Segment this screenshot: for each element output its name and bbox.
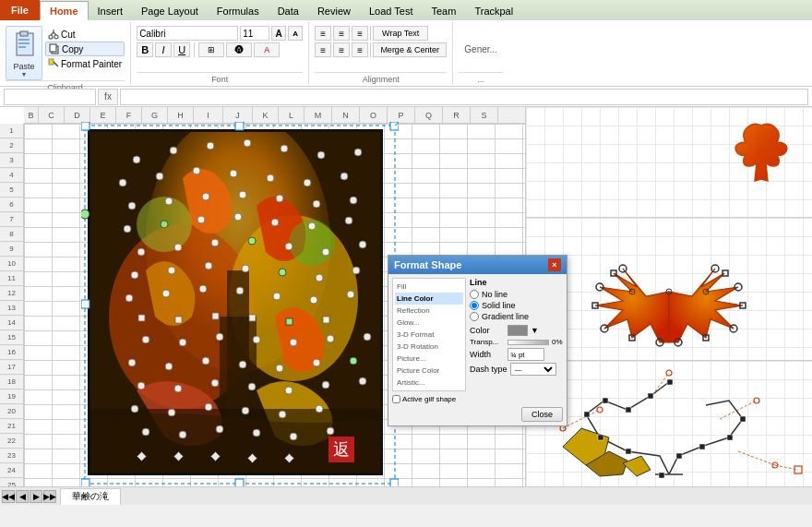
sheet-nav-next-next[interactable]: ▶▶ [43, 490, 56, 503]
italic-button[interactable]: I [155, 42, 172, 57]
sheet-tab-1[interactable]: 華鹸の滝 [60, 488, 121, 505]
col-header-e: E [90, 107, 116, 124]
load-test-tab[interactable]: Load Test [360, 1, 423, 20]
col-header-m: M [304, 107, 332, 124]
dialog-close-button[interactable]: × [548, 258, 561, 271]
formulas-tab[interactable]: Formulas [208, 1, 269, 20]
gradient-line-radio[interactable] [470, 312, 479, 321]
align-middle-button[interactable]: ≡ [333, 26, 350, 41]
no-line-radio[interactable] [470, 290, 479, 299]
svg-rect-161 [603, 398, 608, 403]
align-right-button[interactable]: ≡ [352, 42, 368, 57]
active-gift-shape-checkbox[interactable] [392, 395, 400, 403]
bold-button[interactable]: B [137, 42, 153, 57]
format-painter-button[interactable]: Format Painter [45, 57, 125, 70]
formula-input[interactable] [120, 89, 808, 105]
dialog-nav-fill[interactable]: Fill [395, 281, 463, 293]
width-input[interactable] [508, 348, 544, 361]
align-top-button[interactable]: ≡ [315, 26, 331, 41]
solid-line-radio[interactable] [470, 301, 479, 310]
dialog-nav-glow[interactable]: Glow... [395, 317, 463, 329]
svg-rect-168 [740, 416, 746, 422]
home-tab[interactable]: Home [40, 1, 89, 20]
color-dropdown[interactable]: ▼ [531, 326, 539, 335]
formula-fx-icon[interactable]: fx [98, 89, 118, 105]
dialog-nav-artistic[interactable]: Artistic... [395, 377, 463, 389]
transparency-slider[interactable] [508, 340, 549, 345]
font-size-input[interactable] [240, 26, 269, 41]
align-left-button[interactable]: ≡ [315, 42, 331, 57]
artwork-image[interactable]: 返 [88, 129, 383, 475]
font-name-input[interactable] [137, 26, 238, 41]
row-header-5: 5 [0, 183, 23, 198]
col-header-r: R [443, 107, 471, 124]
svg-line-13 [54, 62, 58, 66]
format-painter-icon [48, 58, 59, 69]
svg-rect-3 [18, 42, 30, 44]
gradient-line-label: Gradient line [482, 312, 529, 321]
dash-type-select[interactable]: — [510, 363, 556, 376]
format-shape-dialog[interactable]: Format Shape × Fill Line Color Reflectio… [388, 255, 567, 426]
cut-button[interactable]: Cut [45, 28, 125, 41]
color-swatch[interactable] [508, 325, 528, 336]
format-painter-label: Format Painter [61, 59, 122, 69]
page-layout-tab[interactable]: Page Layout [132, 1, 208, 20]
row-header-13: 13 [0, 301, 23, 316]
scissors-icon [48, 29, 59, 40]
review-tab[interactable]: Review [308, 1, 360, 20]
svg-rect-164 [667, 379, 673, 385]
row-header-3: 3 [0, 153, 23, 168]
border-button[interactable]: ⊞ [198, 42, 224, 57]
svg-line-154 [738, 451, 775, 465]
svg-line-7 [51, 32, 54, 35]
svg-rect-162 [626, 407, 631, 413]
row-header-21: 21 [0, 419, 23, 434]
row-header-19: 19 [0, 389, 23, 404]
dialog-nav-picture-corrections[interactable]: Picture... [395, 353, 463, 365]
dialog-nav-reflection[interactable]: Reflection [395, 305, 463, 317]
copy-label: Copy [62, 44, 83, 54]
dialog-title-bar[interactable]: Format Shape × [388, 256, 567, 274]
paste-button[interactable]: Paste ▼ [6, 26, 42, 80]
fill-color-button[interactable]: 🅐 [226, 42, 252, 57]
file-tab[interactable]: File [0, 0, 40, 20]
name-box[interactable] [4, 89, 96, 105]
col-header-p: P [388, 107, 415, 124]
align-center-button[interactable]: ≡ [333, 42, 350, 57]
align-bottom-button[interactable]: ≡ [352, 26, 368, 41]
row-header-10: 10 [0, 257, 23, 271]
row-header-22: 22 [0, 434, 23, 449]
merge-center-button[interactable]: Merge & Center [373, 42, 447, 57]
copy-button[interactable]: Copy [45, 42, 125, 56]
svg-rect-12 [49, 59, 54, 65]
data-tab[interactable]: Data [269, 1, 308, 20]
sheet-tab-label: 華鹸の滝 [72, 490, 109, 503]
wrap-text-button[interactable]: Wrap Text [373, 26, 428, 41]
sheet-nav-prev[interactable]: ◀ [16, 490, 29, 503]
team-tab[interactable]: Team [423, 1, 466, 20]
row-header-4: 4 [0, 168, 23, 183]
col-header-h: H [168, 107, 194, 124]
font-color-button[interactable]: A [254, 42, 280, 57]
decrease-font-button[interactable]: A [288, 26, 303, 41]
trackpal-tab-label: Trackpal [474, 6, 513, 17]
dialog-nav-line-color[interactable]: Line Color [395, 293, 463, 305]
load-test-tab-label: Load Test [369, 6, 413, 17]
trackpal-tab[interactable]: Trackpal [465, 1, 522, 20]
col-header-s: S [471, 107, 498, 124]
underline-button[interactable]: U [173, 42, 190, 57]
dash-type-label: Dash type [470, 365, 508, 374]
sheet-nav-prev-prev[interactable]: ◀◀ [2, 490, 15, 503]
col-header-g: G [142, 107, 168, 124]
increase-font-button[interactable]: A [271, 26, 286, 41]
svg-rect-158 [626, 449, 631, 454]
row-header-17: 17 [0, 360, 23, 375]
dialog-nav-3d-rotation[interactable]: 3-D Rotation [395, 341, 463, 353]
sheet-nav-next[interactable]: ▶ [30, 490, 42, 503]
dialog-close-btn[interactable]: Close [521, 407, 563, 422]
dialog-nav-3d-format[interactable]: 3-D Format [395, 329, 463, 341]
insert-tab[interactable]: Insert [89, 1, 133, 20]
number-group: Gener... ... [453, 22, 508, 84]
dialog-nav-picture-color[interactable]: Picture Color [395, 365, 463, 377]
copy-icon [49, 43, 60, 54]
